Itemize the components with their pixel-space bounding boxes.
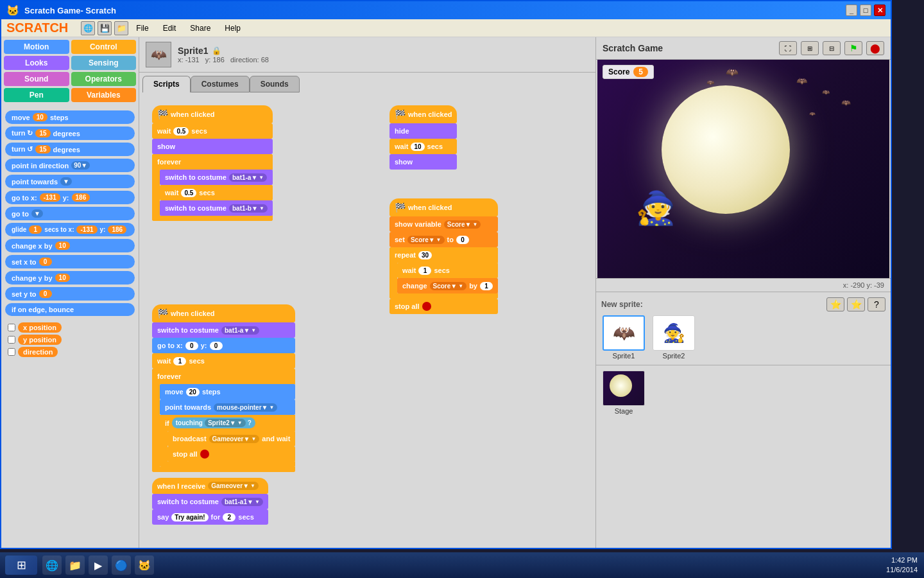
taskbar-media[interactable]: ▶ xyxy=(89,556,108,575)
category-sensing[interactable]: Sensing xyxy=(71,56,137,70)
block-when-clicked-4[interactable]: 🏁 when clicked xyxy=(389,198,498,216)
upload-sprite-button[interactable]: ? xyxy=(868,297,886,311)
block-go-to-xy[interactable]: go to x: -131 y: 186 xyxy=(5,191,135,204)
resize-button-2[interactable]: ⊞ xyxy=(801,41,819,55)
block-turn-cw[interactable]: turn ↻ 15 degrees xyxy=(5,127,135,140)
block-when-clicked-2[interactable]: 🏁 when clicked xyxy=(152,304,295,322)
file-menu[interactable]: File xyxy=(130,22,155,35)
block-go-to[interactable]: go to ▼ xyxy=(5,207,135,220)
block-say[interactable]: say Try again! for 2 secs xyxy=(152,509,268,525)
block-wait-2[interactable]: wait 0.5 secs xyxy=(160,185,273,200)
block-glide[interactable]: glide 1 secs to x: -131 y: 186 xyxy=(5,223,135,236)
taskbar-scratch[interactable]: 🐱 xyxy=(135,556,154,575)
paint-sprite-button[interactable]: ⭐ xyxy=(826,297,844,311)
block-forever-top-2[interactable]: forever xyxy=(152,369,295,384)
block-point-towards-2[interactable]: point towards mouse-pointer▼ xyxy=(160,399,295,415)
block-show-2[interactable]: show xyxy=(389,154,457,170)
resize-button-1[interactable]: ⛶ xyxy=(779,41,797,55)
forever-bottom-1 xyxy=(152,216,273,221)
score-display: Score 5 xyxy=(603,65,654,79)
block-switch-costume-1[interactable]: switch to costume bat1-a▼ xyxy=(160,170,273,185)
share-menu[interactable]: Share xyxy=(184,22,217,35)
block-switch-costume-2[interactable]: switch to costume bat1-b▼ xyxy=(160,200,273,216)
block-wait-3[interactable]: wait 1 secs xyxy=(152,353,295,369)
random-sprite-button[interactable]: ⭐ xyxy=(847,297,865,311)
block-when-clicked-1[interactable]: 🏁 when clicked xyxy=(152,105,273,123)
checkbox-yposition[interactable]: y position xyxy=(8,335,132,345)
block-broadcast[interactable]: broadcast Gameover▼ and wait xyxy=(167,431,295,446)
block-if: if touching Sprite2▼ ? broadcast Gameove… xyxy=(160,415,295,467)
green-flag-button[interactable]: ⚑ xyxy=(844,41,862,55)
checkbox-direction[interactable]: direction xyxy=(8,347,132,357)
block-change-y[interactable]: change y by 10 xyxy=(5,271,135,285)
block-go-to-xy-2[interactable]: go to x: 0 y: 0 xyxy=(152,338,295,353)
help-menu[interactable]: Help xyxy=(218,22,247,35)
sprite-name-2: Sprite2 xyxy=(651,352,696,360)
taskbar-chrome[interactable]: 🔵 xyxy=(112,556,131,575)
checkbox-xposition[interactable]: x position xyxy=(8,322,132,333)
block-switch-costume-3[interactable]: switch to costume bat1-a▼ xyxy=(152,322,295,338)
title-bar: 🐱 Scratch Game- Scratch _ □ ✕ xyxy=(1,1,891,19)
block-switch-costume-4[interactable]: switch to costume bat1-a1▼ xyxy=(152,494,268,509)
stage-item[interactable]: Stage xyxy=(601,371,646,415)
category-pen[interactable]: Pen xyxy=(4,88,69,102)
block-set-score[interactable]: set Score▼ to 0 xyxy=(389,232,498,247)
block-when-clicked-3[interactable]: 🏁 when clicked xyxy=(389,105,457,123)
new-sprite-label: New sprite: xyxy=(601,300,643,309)
tab-scripts[interactable]: Scripts xyxy=(142,76,191,92)
minimize-button[interactable]: _ xyxy=(846,4,857,16)
sprite-item-2[interactable]: 🧙 Sprite2 xyxy=(651,315,696,360)
block-wait-4[interactable]: wait 10 secs xyxy=(389,139,457,154)
sprite-thumb-1: 🦇 xyxy=(603,315,645,351)
coords-display: x: -290 y: -39 xyxy=(596,278,891,292)
category-sound[interactable]: Sound xyxy=(4,72,69,86)
tab-costumes[interactable]: Costumes xyxy=(191,76,250,92)
block-wait-5[interactable]: wait 1 secs xyxy=(397,263,498,278)
block-move[interactable]: move 10 steps xyxy=(5,110,135,124)
taskbar-ie[interactable]: 🌐 xyxy=(42,556,62,575)
block-when-receive[interactable]: when I receive Gameover▼ xyxy=(152,478,268,494)
block-point-towards[interactable]: point towards ▼ xyxy=(5,175,135,188)
block-change-score[interactable]: change Score▼ by 1 xyxy=(397,278,498,293)
block-set-y[interactable]: set y to 0 xyxy=(5,287,135,301)
stop-button[interactable]: ⬤ xyxy=(866,41,884,55)
preview-panel: Scratch Game ⛶ ⊞ ⊟ ⚑ ⬤ 🦇 🦇 🦇 🦇 🦇 xyxy=(595,37,891,548)
category-motion[interactable]: Motion xyxy=(4,40,69,54)
bat-4: 🦇 xyxy=(841,98,851,107)
bat-6: 🦇 xyxy=(809,111,816,117)
block-stop-all-1[interactable]: stop all xyxy=(167,446,295,462)
block-edge-bounce[interactable]: if on edge, bounce xyxy=(5,303,135,316)
folder-icon[interactable]: 📁 xyxy=(114,21,128,35)
block-show-variable[interactable]: show variable Score▼ xyxy=(389,216,498,232)
category-looks[interactable]: Looks xyxy=(4,56,69,70)
resize-button-3[interactable]: ⊟ xyxy=(823,41,841,55)
save-icon[interactable]: 💾 xyxy=(98,21,112,35)
category-operators[interactable]: Operators xyxy=(71,72,137,86)
block-turn-ccw[interactable]: turn ↺ 15 degrees xyxy=(5,143,135,156)
start-button[interactable]: ⊞ xyxy=(5,556,37,575)
block-wait-1[interactable]: wait 0.5 secs xyxy=(152,123,273,139)
maximize-button[interactable]: □ xyxy=(860,4,871,16)
sprite-item-1[interactable]: 🦇 Sprite1 xyxy=(601,315,646,360)
taskbar-folder[interactable]: 📁 xyxy=(65,556,85,575)
block-hide[interactable]: hide xyxy=(389,123,457,139)
category-variables[interactable]: Variables xyxy=(71,88,137,102)
tab-sounds[interactable]: Sounds xyxy=(250,76,300,92)
block-set-x[interactable]: set x to 0 xyxy=(5,255,135,268)
globe-icon[interactable]: 🌐 xyxy=(81,21,95,35)
edit-menu[interactable]: Edit xyxy=(157,22,183,35)
forever-inner-2: move 20 steps point towards mouse-pointe… xyxy=(160,384,295,467)
block-stop-all-2[interactable]: stop all xyxy=(389,299,498,314)
block-forever-top[interactable]: forever xyxy=(152,154,273,170)
forever-bottom-2 xyxy=(152,467,295,472)
category-control[interactable]: Control xyxy=(71,40,137,54)
block-point-direction[interactable]: point in direction 90▼ xyxy=(5,159,135,172)
block-show-1[interactable]: show xyxy=(152,139,273,154)
bat-2: 🦇 xyxy=(822,89,830,96)
block-change-x[interactable]: change x by 10 xyxy=(5,239,135,252)
block-move-2[interactable]: move 20 steps xyxy=(160,384,295,399)
script-tabs: Scripts Costumes Sounds xyxy=(139,73,595,92)
close-button[interactable]: ✕ xyxy=(874,4,886,16)
block-if-top[interactable]: if touching Sprite2▼ ? xyxy=(160,415,295,431)
block-repeat-top[interactable]: repeat 30 xyxy=(389,247,498,263)
